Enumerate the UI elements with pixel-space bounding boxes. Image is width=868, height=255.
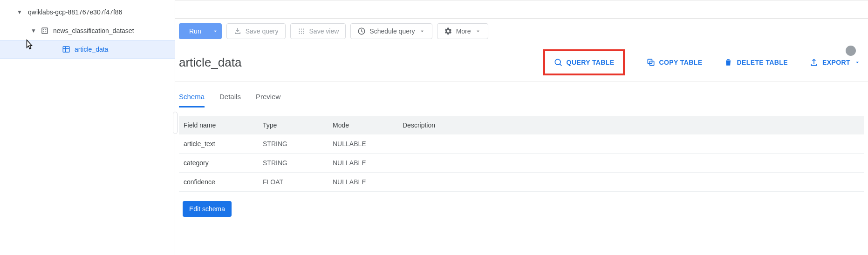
table-actions: QUERY TABLE COPY TABLE DELETE TABLE EXPO… <box>543 49 868 75</box>
schema-row: article_text STRING NULLABLE <box>179 134 864 154</box>
copy-table-button[interactable]: COPY TABLE <box>646 58 703 67</box>
chevron-down-icon <box>419 28 425 34</box>
tab-preview[interactable]: Preview <box>256 93 280 107</box>
query-table-button[interactable]: QUERY TABLE <box>543 49 625 75</box>
svg-point-10 <box>301 28 301 29</box>
svg-point-14 <box>303 31 304 32</box>
dataset-icon <box>39 27 50 35</box>
delete-table-label: DELETE TABLE <box>737 59 788 66</box>
export-label: EXPORT <box>822 59 850 66</box>
cell-desc <box>398 154 864 173</box>
schema-panel: Field name Type Mode Description article… <box>175 107 868 221</box>
svg-point-1 <box>43 29 44 30</box>
table-tabs: Schema Details Preview <box>175 81 868 107</box>
cell-field: category <box>179 154 258 173</box>
resource-tree-sidebar: ▼ qwiklabs-gcp-881767e307f47f86 ▼ news_c… <box>0 0 175 255</box>
schema-row: confidence FLOAT NULLABLE <box>179 173 864 192</box>
expand-icon[interactable]: ▼ <box>14 9 25 15</box>
cell-type: STRING <box>258 154 328 173</box>
cell-field: article_text <box>179 134 258 154</box>
svg-point-16 <box>301 33 301 34</box>
tree-item-label: news_classification_dataset <box>50 27 134 34</box>
tree-item-project[interactable]: ▼ qwiklabs-gcp-881767e307f47f86 <box>0 3 175 21</box>
schema-row: category STRING NULLABLE <box>179 154 864 173</box>
col-desc: Description <box>398 116 864 134</box>
run-button[interactable]: Run <box>179 23 209 39</box>
cell-field: confidence <box>179 173 258 192</box>
run-button-label: Run <box>189 27 201 35</box>
tree-item-dataset[interactable]: ▼ news_classification_dataset <box>0 21 175 40</box>
svg-point-2 <box>45 29 46 30</box>
run-dropdown[interactable] <box>209 23 222 39</box>
schema-table: Field name Type Mode Description article… <box>179 116 864 192</box>
edit-schema-button[interactable]: Edit schema <box>183 201 232 217</box>
query-table-label: QUERY TABLE <box>567 59 615 66</box>
cell-desc <box>398 134 864 154</box>
chevron-down-icon <box>854 59 861 66</box>
export-button[interactable]: EXPORT <box>809 58 861 67</box>
expand-icon[interactable]: ▼ <box>28 27 39 34</box>
schedule-query-label: Schedule query <box>369 27 415 35</box>
tree-item-label: article_data <box>72 46 108 53</box>
svg-rect-5 <box>63 47 69 52</box>
svg-rect-0 <box>42 28 48 34</box>
tree-item-label: qwiklabs-gcp-881767e307f47f86 <box>25 8 122 16</box>
svg-point-13 <box>301 31 301 32</box>
table-title: article_data <box>175 55 543 70</box>
svg-point-19 <box>555 59 560 65</box>
schema-header-row: Field name Type Mode Description <box>179 116 864 134</box>
sidebar-resize-handle[interactable] <box>173 112 178 134</box>
save-query-label: Save query <box>246 27 279 35</box>
col-type: Type <box>258 116 328 134</box>
cell-type: FLOAT <box>258 173 328 192</box>
svg-line-20 <box>560 64 561 66</box>
schedule-query-button[interactable]: Schedule query <box>350 23 432 39</box>
save-view-button[interactable]: Save view <box>290 23 346 39</box>
more-options-button[interactable]: More <box>437 23 488 39</box>
tab-details[interactable]: Details <box>219 93 241 107</box>
svg-point-12 <box>299 31 300 32</box>
cell-mode: NULLABLE <box>328 154 398 173</box>
run-button-group: Run <box>179 23 222 39</box>
cell-type: STRING <box>258 134 328 154</box>
more-label: More <box>456 27 471 35</box>
copy-table-label: COPY TABLE <box>659 59 703 66</box>
col-field: Field name <box>179 116 258 134</box>
table-icon <box>61 45 72 54</box>
query-toolbar: Run Save query Save view Schedule query … <box>175 18 868 44</box>
chevron-down-icon <box>475 28 481 34</box>
tree-item-table-selected[interactable]: article_data <box>0 40 175 59</box>
col-mode: Mode <box>328 116 398 134</box>
save-query-button[interactable]: Save query <box>226 23 286 39</box>
svg-point-3 <box>43 31 44 32</box>
svg-point-4 <box>45 31 46 32</box>
svg-point-15 <box>299 33 300 34</box>
table-header: article_data QUERY TABLE COPY TABLE DELE… <box>175 44 868 81</box>
save-view-label: Save view <box>309 27 339 35</box>
cell-mode: NULLABLE <box>328 173 398 192</box>
status-indicator <box>846 46 856 56</box>
cell-mode: NULLABLE <box>328 134 398 154</box>
svg-point-17 <box>303 33 304 34</box>
svg-point-9 <box>299 28 300 29</box>
svg-point-11 <box>303 28 304 29</box>
tab-schema[interactable]: Schema <box>179 93 205 107</box>
delete-table-button[interactable]: DELETE TABLE <box>724 58 788 67</box>
main-content: Run Save query Save view Schedule query … <box>175 0 868 255</box>
cell-desc <box>398 173 864 192</box>
